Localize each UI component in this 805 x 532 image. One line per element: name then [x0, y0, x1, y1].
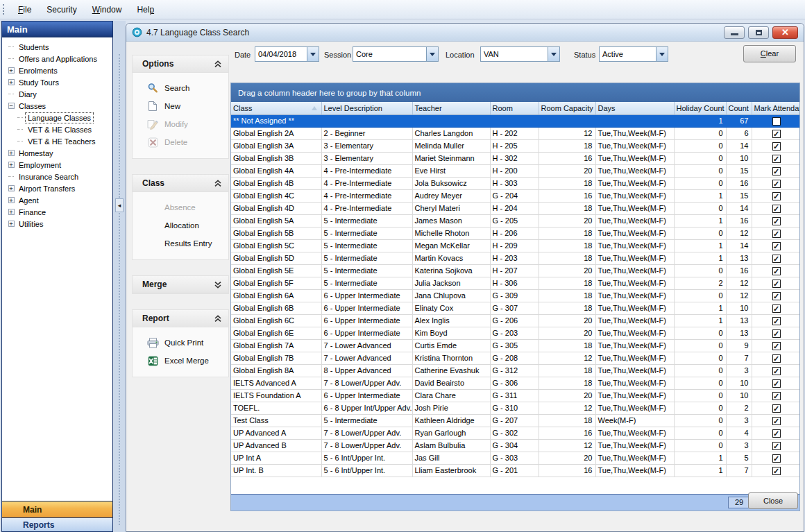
menu-security[interactable]: Security — [39, 3, 84, 17]
sidebar-item-vet-he-teachers[interactable]: VET & HE Teachers — [2, 135, 112, 147]
chevron-up-icon[interactable] — [214, 315, 222, 323]
table-row[interactable]: Test Class5 - IntermediateKathleen Aldri… — [231, 414, 799, 427]
column-header-days[interactable]: Days — [595, 102, 674, 114]
expand-plus-icon[interactable]: + — [6, 209, 16, 215]
collapse-minus-icon[interactable]: − — [6, 103, 16, 109]
table-row[interactable]: UP Int. B5 - 6 Int/Upper Int.Lliam Easte… — [231, 464, 799, 477]
expand-plus-icon[interactable]: + — [6, 221, 16, 227]
window-title-bar[interactable]: 4.7 Language Class Search ✕ — [126, 24, 804, 42]
table-row[interactable]: UP Int A5 - 6 Int/Upper Int.Jas GillG - … — [231, 452, 799, 464]
table-row[interactable]: Global English 2A2 - BeginnerCharles Lan… — [231, 127, 799, 139]
minimize-button[interactable] — [724, 26, 745, 39]
mark-attendance-checkbox[interactable] — [772, 342, 781, 350]
sidebar-splitter[interactable]: ◂ — [113, 21, 126, 532]
mark-attendance-checkbox[interactable] — [772, 155, 781, 163]
sidebar-footer-reports-button[interactable]: Reports — [2, 517, 112, 531]
chevron-up-icon[interactable] — [214, 180, 222, 187]
menu-window[interactable]: Window — [85, 3, 130, 17]
group-by-bar[interactable]: Drag a column header here to group by th… — [231, 83, 799, 102]
sidebar-item-study-tours[interactable]: +Study Tours — [2, 76, 112, 88]
toolbar-grip-icon[interactable] — [3, 4, 6, 15]
mark-attendance-checkbox[interactable] — [772, 417, 781, 425]
mark-attendance-checkbox[interactable] — [772, 329, 781, 338]
column-header-capacity[interactable]: Room Capacity — [539, 102, 595, 114]
clear-button[interactable]: Clear — [743, 45, 796, 62]
date-dropdown-button[interactable] — [307, 47, 319, 61]
mark-attendance-checkbox[interactable] — [772, 205, 781, 213]
sidebar-item-classes[interactable]: −Classes — [2, 100, 112, 112]
results-entry-button[interactable]: Results Entry — [133, 234, 228, 252]
table-row[interactable]: Global English 4C4 - Pre-IntermediateAud… — [231, 189, 799, 202]
sidebar-item-finance[interactable]: +Finance — [2, 206, 112, 218]
sidebar-item-homestay[interactable]: +Homestay — [2, 147, 112, 159]
panel-section-header-class[interactable]: Class — [133, 175, 228, 192]
chevron-up-icon[interactable] — [214, 60, 222, 68]
mark-attendance-checkbox[interactable] — [772, 192, 781, 200]
column-header-holiday-count[interactable]: Holiday Count — [674, 102, 726, 114]
excel-merge-button[interactable]: Excel Merge — [133, 352, 228, 370]
mark-attendance-checkbox[interactable] — [772, 304, 781, 313]
sidebar-collapse-handle[interactable]: ◂ — [115, 198, 124, 212]
search-button[interactable]: Search — [133, 79, 228, 97]
sidebar-item-airport-transfers[interactable]: +Airport Transfers — [2, 182, 112, 194]
table-row[interactable]: Global English 5F5 - IntermediateJulia J… — [231, 277, 799, 289]
mark-attendance-checkbox[interactable] — [772, 230, 781, 238]
table-row[interactable]: Global English 6C6 - Upper IntermediateA… — [231, 314, 799, 327]
status-dropdown-button[interactable] — [656, 47, 668, 61]
table-row[interactable]: Global English 3B3 - ElementaryMariet St… — [231, 152, 799, 164]
table-row[interactable]: IELTS Foundation A6 - Upper Intermediate… — [231, 389, 799, 402]
mark-attendance-checkbox[interactable] — [772, 242, 781, 250]
mark-attendance-checkbox[interactable] — [772, 280, 781, 288]
mark-attendance-checkbox[interactable] — [772, 217, 781, 225]
expand-plus-icon[interactable]: + — [6, 150, 16, 156]
sidebar-item-language-classes[interactable]: Language Classes — [2, 112, 112, 123]
panel-section-header-report[interactable]: Report — [133, 310, 228, 327]
mark-attendance-checkbox[interactable] — [772, 354, 781, 363]
location-filter-dropdown[interactable]: VAN — [480, 46, 560, 62]
allocation-button[interactable]: Allocation — [133, 216, 228, 234]
table-row[interactable]: Global English 5A5 - IntermediateJames M… — [231, 214, 799, 227]
table-row[interactable]: UP Advanced B7 - 8 Lower/Upper Adv.Aslam… — [231, 439, 799, 452]
sidebar-item-insurance-search[interactable]: Insurance Search — [2, 171, 112, 182]
new-button[interactable]: New — [133, 97, 228, 115]
sidebar-footer-main-button[interactable]: Main — [2, 501, 112, 517]
mark-attendance-checkbox[interactable] — [772, 317, 781, 325]
date-filter-dropdown[interactable]: 04/04/2018 — [255, 46, 319, 62]
mark-attendance-checkbox[interactable] — [772, 442, 781, 450]
close-window-button[interactable]: ✕ — [772, 26, 798, 39]
table-row[interactable]: Global English 6B6 - Upper IntermediateE… — [231, 302, 799, 314]
table-row[interactable]: Global English 4B4 - Pre-IntermediateJol… — [231, 177, 799, 189]
sidebar-item-employment[interactable]: +Employment — [2, 159, 112, 171]
table-row[interactable]: Global English 6A6 - Upper IntermediateJ… — [231, 289, 799, 302]
mark-attendance-checkbox[interactable] — [772, 404, 781, 413]
mark-attendance-checkbox[interactable] — [772, 392, 781, 400]
expand-plus-icon[interactable]: + — [6, 67, 16, 74]
table-row[interactable]: Global English 7A7 - Lower AdvancedCurti… — [231, 339, 799, 352]
table-row[interactable]: Global English 5E5 - IntermediateKaterin… — [231, 264, 799, 277]
table-row[interactable]: Global English 6E6 - Upper IntermediateK… — [231, 327, 799, 339]
column-header-room[interactable]: Room — [490, 102, 539, 114]
mark-attendance-checkbox[interactable] — [772, 467, 781, 475]
session-filter-dropdown[interactable]: Core — [353, 46, 439, 62]
table-row[interactable]: Global English 5B5 - IntermediateMichell… — [231, 227, 799, 239]
sidebar-item-utilities[interactable]: +Utilities — [2, 218, 112, 230]
expand-plus-icon[interactable]: + — [6, 185, 16, 191]
column-header-class[interactable]: Class — [231, 102, 321, 114]
table-row[interactable]: Global English 3A3 - ElementaryMelinda M… — [231, 139, 799, 152]
table-row[interactable]: Global English 5C5 - IntermediateMegan M… — [231, 239, 799, 252]
mark-attendance-checkbox[interactable] — [772, 130, 781, 138]
mark-attendance-checkbox[interactable] — [772, 429, 781, 438]
mark-attendance-checkbox[interactable] — [772, 267, 781, 275]
column-header-count[interactable]: Count — [726, 102, 752, 114]
close-button[interactable]: Close — [748, 492, 798, 509]
quick-print-button[interactable]: Quick Print — [133, 334, 228, 352]
sidebar-item-diary[interactable]: Diary — [2, 88, 112, 100]
expand-plus-icon[interactable]: + — [6, 162, 16, 168]
mark-attendance-checkbox[interactable] — [772, 292, 781, 300]
location-dropdown-button[interactable] — [548, 47, 559, 61]
table-row[interactable]: Global English 4D4 - Pre-IntermediateChe… — [231, 202, 799, 214]
column-header-teacher[interactable]: Teacher — [412, 102, 490, 114]
mark-attendance-checkbox[interactable] — [772, 117, 781, 126]
sidebar-item-agent[interactable]: +Agent — [2, 194, 112, 206]
menu-help[interactable]: Help — [129, 3, 162, 17]
